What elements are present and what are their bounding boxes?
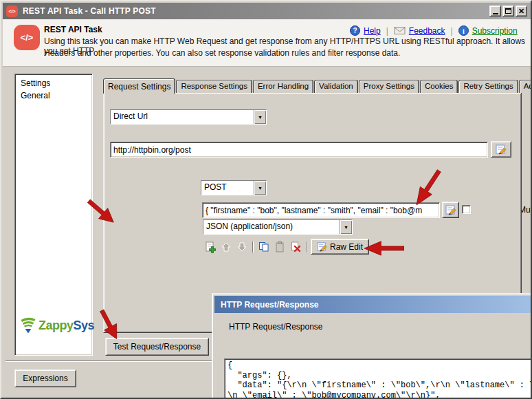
test-button-label: Test Request/Response bbox=[113, 342, 201, 352]
web-url-field-frame bbox=[110, 142, 488, 158]
close-icon: ✕ bbox=[518, 8, 524, 14]
zappysys-swirl-icon bbox=[19, 316, 37, 334]
edit-pencil-icon bbox=[317, 241, 327, 252]
body-request-data-input[interactable] bbox=[203, 203, 439, 217]
tab-validation[interactable]: Validation bbox=[314, 80, 358, 93]
response-line: "args": {}, bbox=[228, 371, 529, 381]
delete-header-icon[interactable] bbox=[289, 240, 302, 254]
content-type-value: JSON (application/json) bbox=[203, 220, 340, 234]
content-type-select[interactable]: JSON (application/json) ▼ bbox=[203, 219, 353, 235]
tab-advanced[interactable]: Advanced bbox=[519, 80, 532, 93]
svg-text:i: i bbox=[463, 28, 465, 35]
body-field-frame bbox=[202, 202, 440, 218]
app-code-icon: </> bbox=[6, 6, 18, 17]
maximize-icon bbox=[505, 8, 511, 14]
chevron-down-icon[interactable]: ▼ bbox=[254, 181, 266, 195]
popup-label: HTTP Request/Response bbox=[229, 322, 323, 332]
web-url-edit-button[interactable] bbox=[491, 141, 511, 158]
link-separator: | bbox=[451, 26, 453, 36]
toolbar-separator bbox=[252, 241, 254, 252]
body-edit-button[interactable] bbox=[442, 202, 459, 218]
rest-api-task-window: </> REST API Task - Call HTTP POST ✕ </>… bbox=[0, 0, 532, 399]
maximize-button[interactable] bbox=[502, 6, 514, 17]
minimize-icon bbox=[493, 13, 498, 14]
test-request-response-button[interactable]: Test Request/Response bbox=[105, 338, 209, 356]
task-code-icon: </> bbox=[14, 25, 40, 50]
help-icon: ? bbox=[350, 25, 360, 36]
tab-error-handling[interactable]: Error Handling bbox=[253, 80, 313, 93]
edit-pencil-icon bbox=[494, 142, 508, 156]
task-title: REST API Task bbox=[44, 25, 102, 34]
zappysys-logo-text: ZappySys bbox=[38, 319, 94, 333]
tab-proxy-settings[interactable]: Proxy Settings bbox=[359, 80, 419, 93]
response-textarea[interactable]: { "args": {}, "data": "{\r\n \"firstname… bbox=[224, 358, 532, 399]
http-request-response-dialog: HTTP Request/Response HTTP Request/Respo… bbox=[212, 293, 532, 399]
settings-listbox[interactable]: Settings General ZappySys bbox=[14, 74, 93, 356]
edit-pencil-icon bbox=[444, 203, 458, 217]
web-url-input[interactable] bbox=[111, 142, 487, 157]
paste-icon[interactable] bbox=[273, 240, 287, 254]
subscription-link[interactable]: Subscription bbox=[472, 26, 518, 36]
header-band: </> REST API Task Using this task you ca… bbox=[3, 19, 531, 67]
file-upload-checkbox[interactable] bbox=[462, 205, 471, 214]
task-description-line2: Headers and other properties. You can al… bbox=[44, 48, 400, 58]
popup-title-bar[interactable]: HTTP Request/Response bbox=[214, 296, 532, 313]
tab-request-settings[interactable]: Request Settings bbox=[103, 78, 175, 94]
expressions-button-label: Expressions bbox=[23, 374, 67, 383]
chevron-down-icon[interactable]: ▼ bbox=[340, 220, 352, 234]
url-access-mode-select[interactable]: Direct Url ▼ bbox=[110, 109, 267, 125]
sidebar-item-settings[interactable]: Settings bbox=[15, 74, 92, 89]
feedback-link[interactable]: Feedback bbox=[409, 26, 445, 36]
response-line: "data": "{\r\n \"firstname\" : \"bob\",\… bbox=[228, 380, 529, 391]
svg-text:?: ? bbox=[353, 27, 357, 34]
url-access-mode-value: Direct Url bbox=[111, 110, 254, 124]
http-method-value: POST bbox=[201, 181, 254, 195]
close-button[interactable]: ✕ bbox=[516, 6, 527, 17]
expressions-button[interactable]: Expressions bbox=[14, 369, 76, 387]
http-method-select[interactable]: POST ▼ bbox=[201, 180, 267, 195]
window-title: REST API Task - Call HTTP POST bbox=[23, 6, 156, 16]
copy-icon[interactable] bbox=[257, 240, 271, 254]
move-down-icon[interactable] bbox=[235, 240, 249, 254]
zappysys-logo: ZappySys bbox=[19, 316, 94, 334]
minimize-button[interactable] bbox=[489, 6, 501, 17]
feedback-envelope-icon bbox=[394, 26, 406, 35]
raw-edit-button[interactable]: Raw Edit bbox=[311, 239, 369, 255]
move-up-icon[interactable] bbox=[219, 240, 233, 254]
tab-retry-settings[interactable]: Retry Settings bbox=[458, 80, 518, 93]
tab-cookies[interactable]: Cookies bbox=[420, 80, 458, 93]
response-line: \n \"email\" : \"bob@mycompany.com\"\r\n… bbox=[228, 391, 529, 399]
sidebar-item-general[interactable]: General bbox=[15, 89, 92, 102]
chevron-down-icon[interactable]: ▼ bbox=[254, 110, 266, 124]
title-bar[interactable]: </> REST API Task - Call HTTP POST ✕ bbox=[3, 3, 531, 19]
headers-toolbar: Raw Edit bbox=[203, 239, 369, 255]
help-link[interactable]: Help bbox=[364, 26, 381, 36]
popup-title: HTTP Request/Response bbox=[221, 300, 318, 310]
tab-response-settings[interactable]: Response Settings bbox=[176, 80, 252, 93]
add-header-icon[interactable] bbox=[203, 240, 217, 254]
settings-tab-strip: Request Settings Response Settings Error… bbox=[103, 78, 532, 93]
link-separator: | bbox=[386, 26, 388, 36]
toolbar-separator bbox=[306, 241, 307, 252]
subscription-info-icon: i bbox=[458, 25, 469, 36]
response-line: { bbox=[228, 360, 529, 371]
raw-edit-label: Raw Edit bbox=[330, 242, 363, 252]
